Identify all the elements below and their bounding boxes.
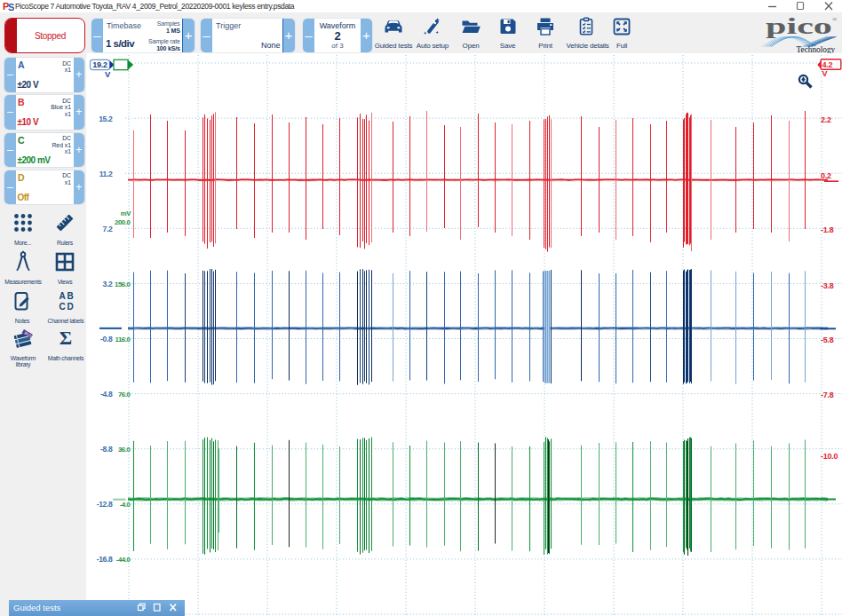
svg-text:B: B (68, 291, 74, 301)
svg-text:156.0: 156.0 (115, 280, 131, 288)
svg-text:-3.8: -3.8 (821, 281, 834, 290)
svg-text:2.2: 2.2 (821, 115, 831, 124)
svg-text:pico: pico (766, 13, 832, 39)
svg-text:-8.8: -8.8 (100, 445, 113, 454)
svg-text:11.2: 11.2 (99, 170, 113, 178)
svg-text:V: V (822, 69, 828, 78)
svg-text:-12.8: -12.8 (97, 500, 113, 509)
svg-text:0.2: 0.2 (821, 171, 831, 180)
svg-text:-0.8: -0.8 (100, 335, 113, 344)
svg-text:3.2: 3.2 (103, 280, 113, 288)
svg-text:S: S (8, 2, 14, 12)
svg-text:-5.8: -5.8 (821, 336, 834, 344)
svg-text:C: C (60, 301, 66, 311)
svg-text:4.2: 4.2 (822, 60, 833, 69)
svg-text:15.2: 15.2 (99, 115, 113, 123)
svg-text:116.0: 116.0 (115, 336, 131, 344)
svg-text:-16.8: -16.8 (97, 555, 113, 564)
svg-text:200.0: 200.0 (115, 218, 131, 226)
svg-text:mV: mV (121, 209, 132, 217)
svg-text:-1.8: -1.8 (821, 225, 834, 234)
svg-text:-4.8: -4.8 (100, 390, 113, 399)
svg-text:-44.0: -44.0 (116, 556, 131, 564)
svg-text:D: D (68, 301, 74, 311)
svg-text:Technology: Technology (797, 45, 836, 53)
svg-text:-10.0: -10.0 (821, 452, 838, 461)
svg-text:A: A (60, 291, 66, 301)
svg-text:36.0: 36.0 (118, 446, 131, 454)
svg-text:19.2: 19.2 (92, 60, 107, 69)
svg-text:-4.0: -4.0 (120, 501, 131, 509)
svg-text:V: V (105, 69, 111, 79)
svg-text:-7.8: -7.8 (821, 391, 834, 399)
svg-text:®: ® (832, 16, 838, 23)
svg-text:7.2: 7.2 (103, 225, 113, 233)
svg-text:Σ: Σ (60, 327, 72, 349)
svg-text:76.0: 76.0 (118, 391, 131, 399)
